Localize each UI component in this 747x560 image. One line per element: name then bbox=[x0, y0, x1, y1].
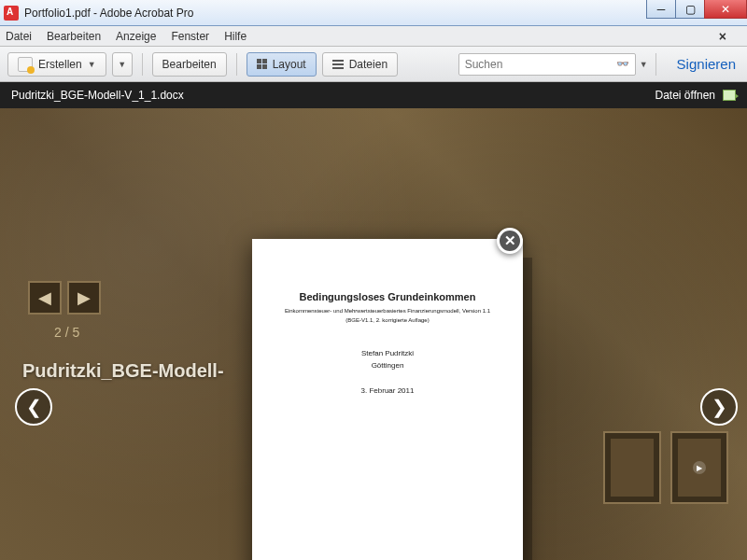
create-label: Erstellen bbox=[38, 58, 82, 71]
chevron-down-icon: ▼ bbox=[88, 60, 96, 69]
close-document-button[interactable]: × bbox=[719, 29, 726, 44]
search-input[interactable] bbox=[465, 58, 616, 71]
page-indicator: 2 / 5 bbox=[54, 325, 79, 340]
current-filename: Pudritzki_BGE-Modell-V_1_1.docx bbox=[11, 89, 184, 102]
files-label: Dateien bbox=[349, 58, 388, 71]
open-file-label: Datei öffnen bbox=[655, 89, 716, 102]
next-item-button[interactable]: ❯ bbox=[700, 388, 738, 426]
toolbar-separator bbox=[142, 53, 143, 76]
main-toolbar: Erstellen ▼ ▼ Bearbeiten Layout Dateien … bbox=[0, 47, 747, 82]
grid-icon bbox=[257, 59, 267, 69]
play-icon: ▶ bbox=[693, 461, 706, 474]
menu-file[interactable]: Datei bbox=[6, 30, 32, 43]
app-icon bbox=[4, 6, 19, 21]
doc-place: Göttingen bbox=[273, 361, 502, 370]
prev-item-button[interactable]: ❮ bbox=[15, 388, 52, 426]
doc-subtitle: Einkommensteuer- und Mehrwertsteuerbasie… bbox=[273, 308, 502, 314]
open-file-area[interactable]: Datei öffnen bbox=[655, 89, 737, 102]
toolbar-separator bbox=[236, 53, 237, 76]
doc-author: Stefan Pudritzki bbox=[273, 349, 502, 357]
doc-subtitle-2: (BGE-V1.1, 2. korrigierte Auflage) bbox=[273, 317, 502, 323]
files-view-button[interactable]: Dateien bbox=[322, 52, 398, 77]
window-title: Portfolio1.pdf - Adobe Acrobat Pro bbox=[24, 7, 193, 20]
edit-button[interactable]: Bearbeiten bbox=[152, 52, 227, 77]
document-preview[interactable]: Bedingungsloses Grundeinkommen Einkommen… bbox=[252, 239, 523, 560]
thumbnail-preview bbox=[611, 439, 654, 497]
chevron-down-icon: ▼ bbox=[118, 60, 126, 69]
toolbar-separator bbox=[655, 53, 656, 76]
sign-button[interactable]: Signieren bbox=[677, 56, 736, 72]
close-preview-button[interactable]: ✕ bbox=[497, 228, 523, 254]
close-window-button[interactable]: ✕ bbox=[704, 0, 747, 19]
thumbnail-item[interactable]: ▶ bbox=[670, 431, 728, 504]
window-controls: ─ ▢ ✕ bbox=[647, 0, 747, 19]
menu-window[interactable]: Fenster bbox=[171, 30, 209, 43]
next-page-small-button[interactable]: ▶ bbox=[67, 281, 101, 315]
search-area: 👓 ▼ Signieren bbox=[458, 53, 740, 76]
search-dropdown-icon[interactable]: ▼ bbox=[640, 60, 648, 69]
layout-label: Layout bbox=[273, 58, 306, 71]
search-box[interactable]: 👓 bbox=[458, 53, 636, 76]
minimize-button[interactable]: ─ bbox=[646, 0, 676, 19]
thumbnail-item[interactable] bbox=[603, 431, 661, 504]
portfolio-viewport: ◀ ▶ 2 / 5 Pudritzki_BGE-Modell- ❮ ❯ ▶ Be… bbox=[0, 108, 747, 560]
open-file-icon bbox=[723, 90, 736, 101]
menu-edit[interactable]: Bearbeiten bbox=[47, 30, 101, 43]
edit-label: Bearbeiten bbox=[162, 58, 217, 71]
portfolio-infobar: Pudritzki_BGE-Modell-V_1_1.docx Datei öf… bbox=[0, 82, 747, 108]
maximize-button[interactable]: ▢ bbox=[675, 0, 705, 19]
list-icon bbox=[332, 60, 344, 69]
create-button[interactable]: Erstellen ▼ bbox=[7, 52, 106, 77]
create-icon bbox=[18, 57, 33, 72]
window-titlebar: Portfolio1.pdf - Adobe Acrobat Pro ─ ▢ ✕ bbox=[0, 0, 747, 26]
background-filename: Pudritzki_BGE-Modell- bbox=[22, 360, 224, 382]
doc-date: 3. Februar 2011 bbox=[273, 386, 502, 395]
binoculars-icon[interactable]: 👓 bbox=[616, 58, 629, 70]
prev-page-small-button[interactable]: ◀ bbox=[28, 281, 62, 315]
menu-bar: Datei Bearbeiten Anzeige Fenster Hilfe × bbox=[0, 26, 747, 47]
document-content: Bedingungsloses Grundeinkommen Einkommen… bbox=[252, 239, 523, 395]
layout-view-button[interactable]: Layout bbox=[247, 52, 317, 77]
page-nav-small: ◀ ▶ bbox=[28, 281, 101, 315]
menu-help[interactable]: Hilfe bbox=[224, 30, 247, 43]
thumbnail-strip: ▶ bbox=[603, 431, 728, 504]
doc-title: Bedingungsloses Grundeinkommen bbox=[273, 291, 502, 302]
create-dropdown-extra[interactable]: ▼ bbox=[112, 52, 133, 77]
menu-view[interactable]: Anzeige bbox=[116, 30, 156, 43]
